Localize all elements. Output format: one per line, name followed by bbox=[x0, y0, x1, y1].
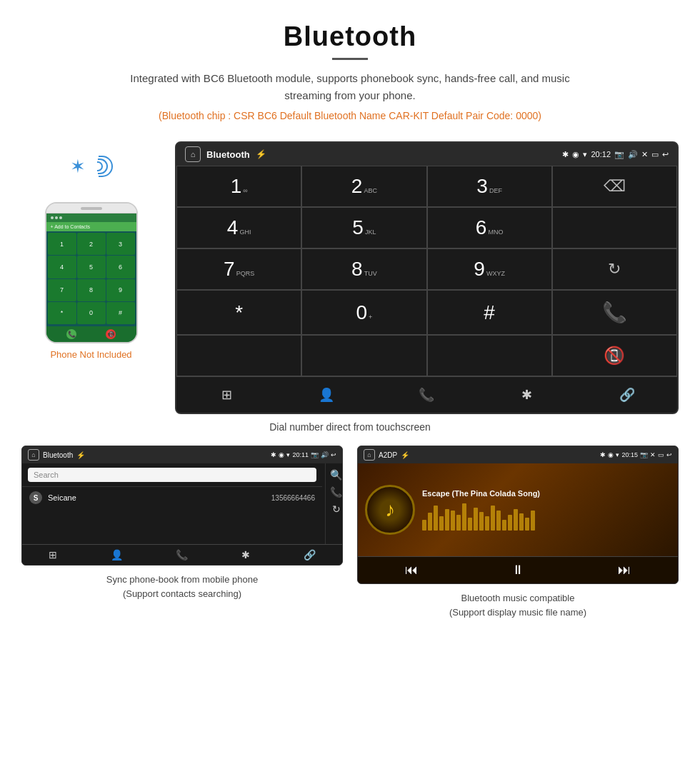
dial-key-5[interactable]: 5JKL bbox=[301, 207, 426, 248]
bottom-panels: ⌂ Bluetooth ⚡ ✱ ◉ ▾ 20:11 📷 🔊 ↩ bbox=[0, 446, 700, 633]
pb-content: Search S Seicane 13566664466 🔍 📞 ↻ bbox=[22, 463, 342, 544]
dial-key-4[interactable]: 4GHI bbox=[176, 207, 301, 248]
time-display: 20:12 bbox=[591, 150, 611, 159]
music-status-left: ⌂ A2DP ⚡ bbox=[364, 449, 409, 461]
music-screen: ⌂ A2DP ⚡ ✱ ◉ ▾ 20:15 📷 ✕ ▭ ↩ ♪ bbox=[357, 446, 679, 584]
contact-name: Seicane bbox=[48, 493, 266, 502]
pb-search-placeholder: Search bbox=[34, 471, 59, 479]
dial-key-8[interactable]: 8TUV bbox=[301, 248, 426, 290]
car-status-bar: ⌂ Bluetooth ⚡ ✱ ◉ ▾ 20:12 📷 🔊 ✕ ▭ ↩ bbox=[176, 143, 677, 166]
visualizer-bar bbox=[422, 520, 426, 531]
dial-key-9[interactable]: 9WXYZ bbox=[427, 248, 552, 290]
usb-icon: ⚡ bbox=[256, 149, 266, 159]
pb-usb-icon: ⚡ bbox=[76, 451, 85, 459]
dial-key-1[interactable]: 1∞ bbox=[176, 166, 301, 207]
pb-nav-grid[interactable]: ⊞ bbox=[49, 549, 57, 561]
dial-empty-4 bbox=[427, 335, 552, 376]
phone-key-5: 5 bbox=[77, 256, 106, 278]
pb-cam-icon: 📷 bbox=[311, 451, 319, 458]
phone-key-star: * bbox=[48, 302, 76, 324]
music-visualizer bbox=[422, 502, 671, 531]
status-bar-left: ⌂ Bluetooth ⚡ bbox=[185, 146, 266, 162]
pb-bottom-nav: ⊞ 👤 📞 ✱ 🔗 bbox=[22, 544, 342, 565]
pb-home-btn[interactable]: ⌂ bbox=[28, 449, 39, 461]
nav-bluetooth-icon[interactable]: ✱ bbox=[513, 384, 541, 406]
phone-keypad: 1 2 3 4 5 6 7 8 9 * 0 # bbox=[46, 231, 136, 326]
camera-icon: 📷 bbox=[614, 150, 624, 159]
music-screen-icon: ▭ bbox=[658, 451, 664, 458]
music-album-art: ♪ bbox=[365, 485, 415, 535]
dial-key-refresh[interactable]: ↻ bbox=[552, 248, 677, 290]
page-title: Bluetooth bbox=[29, 21, 671, 52]
phone-end-button[interactable]: 📵 bbox=[106, 329, 116, 339]
car-bottom-nav: ⊞ 👤 📞 ✱ 🔗 bbox=[176, 376, 677, 413]
main-content: ✶ + Add to Contacts bbox=[0, 141, 700, 414]
pb-status-left: ⌂ Bluetooth ⚡ bbox=[28, 449, 85, 461]
pb-nav-contacts[interactable]: 👤 bbox=[111, 549, 123, 561]
music-prev-btn[interactable]: ⏮ bbox=[405, 563, 418, 578]
pb-back-icon[interactable]: ↩ bbox=[331, 451, 336, 458]
visualizer-bar bbox=[485, 516, 489, 531]
music-wifi-icon: ▾ bbox=[616, 451, 619, 458]
phone-screen-header bbox=[46, 213, 136, 222]
music-cam-icon: 📷 bbox=[640, 451, 648, 458]
bluetooth-icon: ✶ bbox=[70, 156, 86, 178]
home-button[interactable]: ⌂ bbox=[185, 146, 201, 162]
dial-key-3[interactable]: 3DEF bbox=[427, 166, 552, 207]
music-next-btn[interactable]: ⏭ bbox=[618, 563, 631, 578]
phonebook-panel: ⌂ Bluetooth ⚡ ✱ ◉ ▾ 20:11 📷 🔊 ↩ bbox=[21, 446, 343, 619]
nav-dialpad-icon[interactable]: ⊞ bbox=[212, 384, 241, 406]
dial-key-2[interactable]: 2ABC bbox=[301, 166, 426, 207]
page-header: Bluetooth Integrated with BC6 Bluetooth … bbox=[0, 0, 700, 141]
phone-key-2: 2 bbox=[77, 233, 106, 255]
visualizer-bar bbox=[451, 511, 455, 531]
back-icon[interactable]: ↩ bbox=[662, 150, 669, 159]
music-panel: ⌂ A2DP ⚡ ✱ ◉ ▾ 20:15 📷 ✕ ▭ ↩ ♪ bbox=[357, 446, 679, 619]
phone-contact-bar: + Add to Contacts bbox=[46, 222, 136, 231]
visualizer-bar bbox=[468, 518, 472, 531]
music-loc-icon: ◉ bbox=[608, 451, 614, 458]
wifi-icon: ▾ bbox=[583, 150, 587, 159]
dial-key-backspace[interactable]: ⌫ bbox=[552, 166, 677, 207]
nav-contacts-icon[interactable]: 👤 bbox=[312, 384, 341, 406]
page-description: Integrated with BC6 Bluetooth module, su… bbox=[129, 70, 571, 104]
dial-key-call[interactable]: 📞 bbox=[552, 290, 677, 335]
phone-call-button[interactable]: 📞 bbox=[66, 329, 76, 339]
music-back-icon[interactable]: ↩ bbox=[666, 451, 672, 458]
phone-top-bar bbox=[46, 203, 136, 213]
pb-search-bar[interactable]: Search bbox=[28, 468, 316, 482]
dial-empty-1 bbox=[552, 207, 677, 248]
dial-key-0[interactable]: 0+ bbox=[301, 290, 426, 335]
location-icon: ◉ bbox=[572, 150, 579, 159]
visualizer-bar bbox=[462, 503, 466, 531]
dial-key-star[interactable]: * bbox=[176, 290, 301, 335]
dial-key-end-call[interactable]: 📵 bbox=[552, 335, 677, 376]
dial-key-hash[interactable]: # bbox=[427, 290, 552, 335]
nav-link-icon[interactable]: 🔗 bbox=[613, 384, 641, 406]
phone-key-3: 3 bbox=[106, 233, 135, 255]
dial-keypad: 1∞ 2ABC 3DEF ⌫ 4GHI 5JKL 6MNO bbox=[176, 166, 677, 376]
music-home-btn[interactable]: ⌂ bbox=[364, 449, 375, 461]
music-main-area: ♪ Escape (The Pina Colada Song) bbox=[358, 463, 678, 556]
music-play-pause-btn[interactable]: ⏸ bbox=[511, 563, 524, 578]
visualizer-bar bbox=[525, 518, 529, 531]
pb-refresh-icon[interactable]: ↻ bbox=[330, 503, 342, 515]
phone-speaker bbox=[81, 207, 102, 210]
pb-right-icons: 🔍 📞 ↻ bbox=[325, 463, 342, 544]
pb-nav-bt[interactable]: ✱ bbox=[241, 549, 250, 561]
status-bar-right: ✱ ◉ ▾ 20:12 📷 🔊 ✕ ▭ ↩ bbox=[562, 150, 669, 159]
dial-key-7[interactable]: 7PQRS bbox=[176, 248, 301, 290]
pb-nav-link[interactable]: 🔗 bbox=[304, 549, 316, 561]
pb-call-icon[interactable]: 📞 bbox=[330, 486, 342, 498]
music-title: A2DP bbox=[379, 451, 397, 459]
visualizer-bar bbox=[514, 509, 518, 531]
phone-status-dots bbox=[51, 216, 62, 219]
contact-row-seicane[interactable]: S Seicane 13566664466 bbox=[22, 486, 322, 508]
dial-key-6[interactable]: 6MNO bbox=[427, 207, 552, 248]
nav-phone-icon[interactable]: 📞 bbox=[412, 384, 441, 406]
dial-caption: Dial number direct from touchscreen bbox=[0, 421, 700, 433]
pb-nav-phone[interactable]: 📞 bbox=[176, 549, 188, 561]
screen-icon: ▭ bbox=[651, 150, 659, 159]
pb-search-icon[interactable]: 🔍 bbox=[330, 469, 342, 481]
visualizer-bar bbox=[496, 511, 501, 531]
